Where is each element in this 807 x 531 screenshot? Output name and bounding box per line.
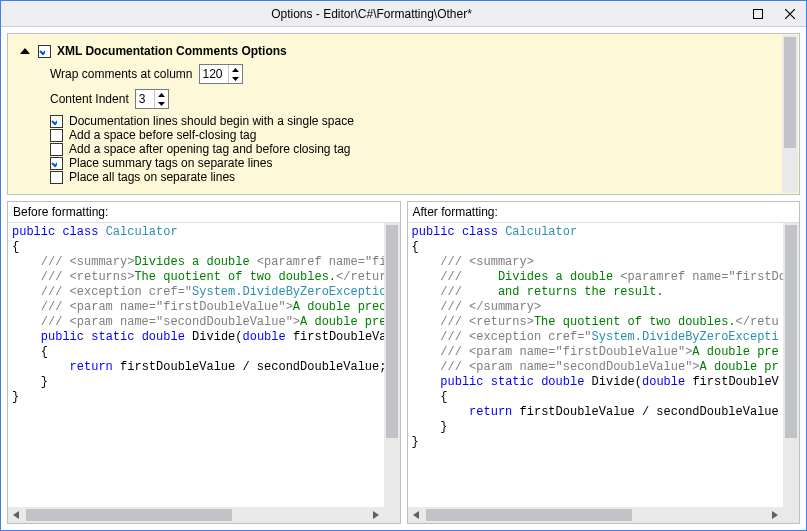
option-label: Place all tags on separate lines	[69, 170, 235, 184]
option-checkbox[interactable]	[50, 171, 63, 184]
svg-marker-8	[13, 511, 19, 519]
options-scrollbar[interactable]	[782, 35, 798, 193]
indent-spinner[interactable]	[135, 89, 169, 109]
content: XML Documentation Comments Options Wrap …	[1, 27, 806, 530]
wrap-row: Wrap comments at column	[50, 64, 789, 84]
indent-input[interactable]	[136, 90, 154, 108]
option-checkbox[interactable]	[50, 143, 63, 156]
after-code-wrap: public class Calculator { /// <summary> …	[408, 222, 800, 523]
before-panel: Before formatting: public class Calculat…	[7, 201, 401, 524]
svg-marker-10	[413, 511, 419, 519]
option-checkbox[interactable]	[50, 115, 63, 128]
hscrollbar[interactable]	[408, 507, 784, 523]
svg-marker-4	[232, 68, 239, 72]
option-checkbox[interactable]	[50, 129, 63, 142]
vscrollbar[interactable]	[783, 223, 799, 507]
close-button[interactable]	[774, 1, 806, 26]
option-label: Add a space before self-closing tag	[69, 128, 256, 142]
spinner-arrows[interactable]	[154, 90, 168, 108]
options-header: XML Documentation Comments Options	[18, 44, 789, 58]
vscrollbar[interactable]	[384, 223, 400, 507]
option-row: Add a space before self-closing tag	[50, 128, 789, 142]
after-label: After formatting:	[408, 202, 800, 222]
option-row: Documentation lines should begin with a …	[50, 114, 789, 128]
option-checkbox[interactable]	[50, 157, 63, 170]
wrap-label: Wrap comments at column	[50, 67, 193, 81]
options-panel: XML Documentation Comments Options Wrap …	[7, 33, 800, 195]
maximize-button[interactable]	[742, 1, 774, 26]
option-row: Place summary tags on separate lines	[50, 156, 789, 170]
after-code: public class Calculator { /// <summary> …	[408, 223, 800, 452]
options-body: Wrap comments at column Content Indent	[18, 64, 789, 184]
options-header-label: XML Documentation Comments Options	[57, 44, 287, 58]
before-label: Before formatting:	[8, 202, 400, 222]
preview-row: Before formatting: public class Calculat…	[7, 201, 800, 524]
svg-marker-9	[373, 511, 379, 519]
option-label: Add a space after opening tag and before…	[69, 142, 351, 156]
after-panel: After formatting: public class Calculato…	[407, 201, 801, 524]
svg-marker-5	[232, 77, 239, 81]
svg-rect-0	[754, 9, 763, 18]
before-code: public class Calculator { /// <summary>D…	[8, 223, 400, 407]
wrap-input[interactable]	[200, 65, 228, 83]
svg-marker-7	[158, 102, 165, 106]
option-label: Place summary tags on separate lines	[69, 156, 272, 170]
option-row: Add a space after opening tag and before…	[50, 142, 789, 156]
titlebar: Options - Editor\C#\Formatting\Other*	[1, 1, 806, 27]
window-title: Options - Editor\C#\Formatting\Other*	[1, 7, 742, 21]
svg-marker-3	[20, 48, 30, 54]
hscrollbar[interactable]	[8, 507, 384, 523]
before-code-wrap: public class Calculator { /// <summary>D…	[8, 222, 400, 523]
wrap-spinner[interactable]	[199, 64, 243, 84]
indent-label: Content Indent	[50, 92, 129, 106]
collapse-icon[interactable]	[18, 44, 32, 58]
svg-marker-11	[772, 511, 778, 519]
option-label: Documentation lines should begin with a …	[69, 114, 354, 128]
svg-marker-6	[158, 93, 165, 97]
header-checkbox[interactable]	[38, 45, 51, 58]
indent-row: Content Indent	[50, 89, 789, 109]
spinner-arrows[interactable]	[228, 65, 242, 83]
option-row: Place all tags on separate lines	[50, 170, 789, 184]
